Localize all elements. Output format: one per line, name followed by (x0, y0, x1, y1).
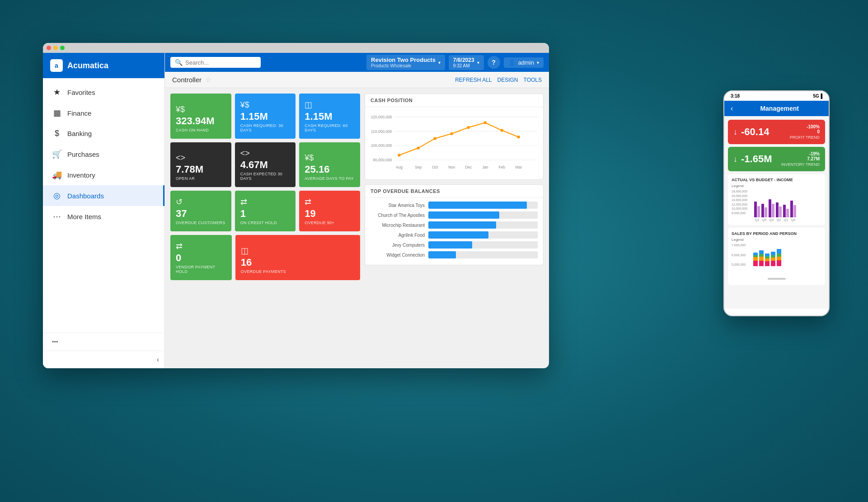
tenant-chevron: ▾ (438, 60, 441, 65)
search-input[interactable] (185, 59, 253, 66)
outer-wrapper: a Acumatica ★ Favorites ▦ Finance $ Bank… (0, 0, 868, 502)
sidebar-item-banking[interactable]: $ Banking (43, 123, 164, 144)
bar-purple-4 (776, 202, 779, 217)
phone-header: ‹ Management (724, 101, 829, 116)
page-title: Controller (172, 76, 202, 84)
kpi-cash-required-30[interactable]: ¥$ 1.15M CASH REQUIRED: 30 DAYS (235, 94, 296, 139)
sidebar-item-more[interactable]: ⋯ More Items (43, 206, 164, 227)
top-navbar: 🔍 Revision Two Products Products Wholesa… (165, 53, 549, 72)
cash-required-60-label: CASH REQUIRED: 60 DAYS (305, 123, 355, 132)
bar-lavender-6 (793, 205, 796, 217)
inventory-trend-tile[interactable]: ↓ -1.65M -19% 7.27M INVENTORY TREND (728, 147, 825, 171)
overdue-balances-title: TOP OVERDUE BALANCES (365, 185, 543, 198)
kpi-cash-required-60[interactable]: ◫ 1.15M CASH REQUIRED: 60 DAYS (299, 94, 360, 139)
avg-days-label: AVERAGE DAYS TO PAY (305, 176, 355, 181)
window-maximize-dot[interactable] (60, 46, 65, 50)
svg-point-15 (517, 136, 520, 138)
bar-fill-2 (428, 211, 499, 219)
phone-body: ↓ -60.14 -100% 0 PROFIT TREND ↓ -1.65M -… (724, 116, 829, 309)
design-btn[interactable]: DESIGN (497, 77, 518, 83)
tools-btn[interactable]: TOOLS (524, 77, 542, 83)
bar-lavender-2 (765, 207, 767, 217)
dashboard-header: Controller ☆ REFRESH ALL DESIGN TOOLS (165, 72, 549, 88)
profit-label: PROFIT TREND (790, 135, 820, 140)
kpi-credit-hold[interactable]: ⇄ 1 ON CREDIT HOLD (235, 191, 296, 231)
sales-chart-phone: SALES BY PERIOD AND PERSON Legend 7,000,… (728, 228, 825, 285)
stacked-bar-4 (771, 252, 775, 266)
kpi-overdue-90[interactable]: ⇄ 19 OVERDUE 90+ (299, 191, 360, 231)
bar-purple-6 (790, 201, 793, 217)
sidebar-item-purchases[interactable]: 🛒 Purchases (43, 144, 164, 164)
breadcrumb-star[interactable]: ☆ (205, 75, 211, 84)
income-chart-legend: Legend (732, 184, 821, 188)
sidebar-item-banking-label: Banking (67, 130, 92, 137)
search-box[interactable]: 🔍 (170, 57, 261, 68)
cash-required-60-value: 1.15M (305, 112, 355, 122)
tenant-selector[interactable]: Revision Two Products Products Wholesale… (366, 55, 445, 70)
sidebar-item-dashboards[interactable]: ◎ Dashboards (43, 185, 164, 206)
bar-lavender-4 (779, 206, 782, 217)
sidebar-bottom[interactable]: ••• (43, 333, 164, 351)
kpi-row-1: ¥$ 323.94M CASH ON-HAND ¥$ 1.15M CASH RE… (170, 94, 360, 139)
refresh-all-btn[interactable]: REFRESH ALL (455, 77, 492, 83)
sidebar-item-favorites[interactable]: ★ Favorites (43, 82, 164, 103)
dashboard-grid: ¥$ 323.94M CASH ON-HAND ¥$ 1.15M CASH RE… (165, 88, 549, 368)
kpi-cash-expected[interactable]: <> 4.67M CASH EXPECTED 30 DAYS (235, 142, 296, 187)
phone-home-indicator (768, 278, 786, 280)
kpi-overdue-customers[interactable]: ↺ 37 OVERDUE CUSTOMERS (170, 191, 231, 231)
kpi-avg-days[interactable]: ¥$ 25.16 AVERAGE DAYS TO PAY (299, 142, 360, 187)
cash60-icon: ◫ (305, 100, 355, 110)
logo-area: a Acumatica (43, 53, 164, 78)
dollar-icon: $ (52, 129, 62, 138)
kpi-row-4: ⇄ 0 VENDOR PAYMENT HOLD ◫ 16 OVERDUE PAY… (170, 235, 360, 280)
sidebar-collapse-btn[interactable]: ‹ (43, 351, 164, 368)
kpi-open-ar[interactable]: <> 7.78M OPEN AR (170, 142, 231, 187)
profit-value: -60.14 (741, 126, 786, 138)
help-button[interactable]: ? (488, 56, 500, 69)
kpi-section: ¥$ 323.94M CASH ON-HAND ¥$ 1.15M CASH RE… (170, 94, 360, 363)
profit-arrow: ↓ (733, 127, 737, 137)
inventory-arrow: ↓ (733, 155, 737, 164)
profit-trend-tile[interactable]: ↓ -60.14 -100% 0 PROFIT TREND (728, 120, 825, 144)
svg-text:Oct: Oct (432, 165, 438, 169)
overdue-payments-value: 16 (241, 258, 355, 267)
stacked-bar-1 (753, 253, 758, 266)
kpi-cash-on-hand[interactable]: ¥$ 323.94M CASH ON-HAND (170, 94, 231, 139)
finance-icon: ▦ (52, 108, 62, 118)
bar-track-2 (428, 211, 538, 219)
datetime-selector[interactable]: 7/8/2023 9:32 AM ▾ (449, 55, 484, 70)
username: admin (518, 59, 534, 66)
main-content: 🔍 Revision Two Products Products Wholesa… (165, 53, 549, 368)
dashboard-icon: ◎ (52, 191, 62, 201)
date-display: 7/8/2023 (453, 57, 474, 63)
bar-fill-3 (428, 221, 496, 229)
cash-on-hand-value: 323.94M (176, 116, 226, 126)
inventory-sub: 7.27M (781, 156, 820, 161)
payments-icon: ◫ (241, 246, 355, 256)
cash-required-30-value: 1.15M (240, 112, 291, 122)
company-name-5: Jevy Computers (371, 243, 425, 248)
kpi-overdue-payments[interactable]: ◫ 16 OVERDUE PAYMENTS (235, 235, 360, 280)
sidebar-item-favorites-label: Favorites (67, 89, 95, 96)
grid-icon: ⋯ (52, 211, 62, 221)
search-icon: 🔍 (175, 59, 183, 66)
kpi-vendor-hold[interactable]: ⇄ 0 VENDOR PAYMENT HOLD (170, 235, 232, 280)
overdue-90-label: OVERDUE 90+ (305, 221, 355, 225)
sidebar-item-finance[interactable]: ▦ Finance (43, 103, 164, 123)
income-chart-title: ACTUAL VS BUDGET - INCOME (732, 178, 821, 182)
inventory-pct: -19% (781, 151, 820, 156)
open-ar-label: OPEN AR (176, 176, 226, 181)
bar-track-5 (428, 241, 538, 249)
dashboard-actions: REFRESH ALL DESIGN TOOLS (455, 77, 542, 83)
window-close-dot[interactable] (47, 46, 51, 50)
svg-text:Nov: Nov (448, 165, 455, 169)
user-button[interactable]: 👤 admin ▾ (504, 57, 544, 68)
avg-days-value: 25.16 (305, 164, 355, 174)
overdue-icon: ↺ (176, 197, 226, 207)
phone-back-button[interactable]: ‹ (731, 104, 733, 113)
window-minimize-dot[interactable] (53, 46, 58, 50)
sidebar-item-inventory[interactable]: 🚚 Inventory (43, 164, 164, 185)
bar-fill-5 (428, 241, 472, 249)
bar-track-4 (428, 231, 538, 239)
overdue-balances-card: TOP OVERDUE BALANCES Star America Toys C… (365, 184, 544, 265)
